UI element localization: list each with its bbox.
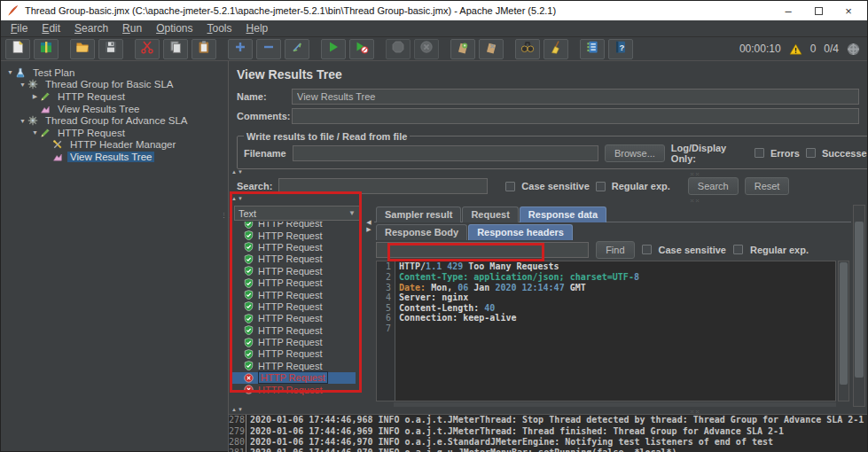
result-item-success[interactable]: HTTP Request: [231, 324, 364, 336]
menu-item-edit[interactable]: Edit: [35, 21, 67, 35]
new-file-icon: [11, 40, 25, 58]
tab-sampler-result[interactable]: Sampler result: [376, 207, 461, 222]
comments-input[interactable]: [292, 108, 859, 124]
success-shield-icon: [244, 338, 254, 347]
tab-request[interactable]: Request: [462, 207, 518, 222]
tab-response-data[interactable]: Response data: [520, 207, 606, 222]
editor-vertical-scrollbar[interactable]: [838, 261, 849, 401]
collapse-all-button[interactable]: [256, 39, 281, 59]
menu-item-file[interactable]: File: [4, 21, 35, 35]
remote-start-all-button[interactable]: [450, 39, 475, 59]
cut-button[interactable]: [135, 39, 160, 59]
log-line-text: 2020-01-06 17:44:46,970 INFO o.a.j.e.Sta…: [246, 437, 773, 448]
filename-row: Filename Browse... Log/Display Only: Err…: [244, 143, 867, 164]
expand-all-button[interactable]: [228, 39, 253, 59]
subtab-response-body[interactable]: Response Body: [376, 224, 467, 240]
result-item-success[interactable]: HTTP Request: [231, 222, 364, 229]
close-button[interactable]: ×: [833, 2, 864, 19]
result-item-success[interactable]: HTTP Request: [231, 348, 364, 360]
tree-splitter[interactable]: ⋮⋮: [219, 61, 228, 452]
result-item-success[interactable]: HTTP Request: [231, 360, 364, 371]
tree-item-http-header-manager[interactable]: HTTP Header Manager: [1, 139, 219, 152]
search-regular-exp-checkbox[interactable]: [596, 182, 606, 191]
result-item-success[interactable]: HTTP Request: [231, 230, 364, 241]
tree-item-test-plan[interactable]: ▼Test Plan: [1, 66, 219, 79]
splitter-collapse-icons[interactable]: ▲▼: [231, 169, 244, 175]
expander-expanded-icon[interactable]: ▼: [18, 82, 27, 88]
copy-button[interactable]: [163, 39, 188, 59]
search-button[interactable]: [515, 39, 540, 59]
help-button[interactable]: ?: [608, 39, 633, 59]
new-file-button[interactable]: [5, 39, 30, 59]
splitter-lower[interactable]: ▲▼ ⁙⁙: [229, 407, 867, 414]
tree-item-view-results-tree[interactable]: View Results Tree: [1, 103, 219, 115]
errors-checkbox[interactable]: [755, 148, 764, 158]
find-regular-exp-checkbox[interactable]: [733, 245, 743, 254]
search-input[interactable]: [278, 178, 488, 194]
find-button[interactable]: Find: [596, 241, 634, 259]
log-viewer[interactable]: 2782020-01-06 17:44:46,968 INFO o.a.j.t.…: [229, 414, 867, 452]
maximize-button[interactable]: [803, 2, 833, 19]
results-detail-splitter[interactable]: ◀▶: [364, 203, 374, 407]
toggle-button[interactable]: [285, 39, 309, 59]
result-item-success[interactable]: HTTP Request: [231, 241, 364, 253]
view-mode-selector[interactable]: Text ▼: [234, 206, 360, 221]
result-item-error[interactable]: HTTP Request: [231, 372, 356, 384]
result-item-success[interactable]: HTTP Request: [231, 277, 364, 288]
find-input[interactable]: [376, 242, 589, 258]
browse-button[interactable]: Browse...: [605, 144, 665, 162]
filename-input[interactable]: [293, 145, 598, 161]
result-item-success[interactable]: HTTP Request: [231, 265, 364, 277]
menu-item-tools[interactable]: Tools: [200, 21, 239, 35]
tree-item-thread-group-for-basic-sla[interactable]: ▼Thread Group for Basic SLA: [1, 79, 219, 91]
name-input[interactable]: [292, 89, 859, 105]
expander-expanded-icon[interactable]: ▼: [30, 129, 40, 136]
scrollbar-thumb[interactable]: [855, 222, 864, 378]
clear-all-button[interactable]: [543, 39, 568, 59]
result-item-label: HTTP Request: [258, 277, 323, 288]
expander-collapsed-icon[interactable]: ▶: [30, 93, 40, 100]
warning-icon[interactable]: [789, 43, 802, 56]
search-button[interactable]: Search: [688, 177, 739, 195]
minimize-button[interactable]: –: [773, 2, 803, 19]
subtab-response-headers[interactable]: Response headers: [468, 224, 573, 240]
splitter-middle[interactable]: ▲▼ ⁙⁙: [229, 196, 867, 203]
save-file-button[interactable]: [98, 39, 123, 59]
stop-button[interactable]: [386, 39, 411, 59]
expander-expanded-icon[interactable]: ▼: [18, 118, 27, 124]
panel-vertical-scrollbar[interactable]: [853, 205, 865, 407]
menu-item-search[interactable]: Search: [67, 21, 115, 35]
comments-label: Comments:: [237, 111, 292, 121]
function-helper-button[interactable]: [580, 39, 605, 59]
paste-button[interactable]: [192, 39, 216, 59]
tree-item-view-results-tree[interactable]: View Results Tree: [1, 151, 219, 163]
result-item-success[interactable]: HTTP Request: [231, 300, 364, 312]
response-headers-editor[interactable]: 1HTTP/1.1 429 Too Many Requests2Content-…: [376, 261, 836, 401]
tree-item-http-request[interactable]: ▼HTTP Request: [1, 127, 219, 139]
scrollbar-thumb[interactable]: [840, 262, 848, 385]
result-item-success[interactable]: HTTP Request: [231, 289, 364, 300]
menu-item-options[interactable]: Options: [149, 21, 199, 35]
splitter-collapse-icons[interactable]: ▲▼: [231, 196, 244, 201]
shutdown-button[interactable]: [414, 39, 439, 59]
successes-checkbox[interactable]: [806, 148, 816, 158]
menu-item-run[interactable]: Run: [115, 21, 149, 35]
start-button[interactable]: [321, 39, 346, 59]
tree-item-thread-group-for-advance-sla[interactable]: ▼Thread Group for Advance SLA: [1, 114, 219, 127]
result-item-success[interactable]: HTTP Request: [231, 253, 364, 265]
menu-item-help[interactable]: Help: [239, 21, 276, 35]
open-file-button[interactable]: [70, 39, 95, 59]
result-item-success[interactable]: HTTP Request: [231, 336, 364, 347]
start-no-pauses-button[interactable]: [349, 39, 374, 59]
templates-button[interactable]: [34, 39, 59, 59]
splitter-upper[interactable]: ▲▼ ⁙⁙: [229, 169, 867, 176]
splitter-collapse-icons[interactable]: ▲▼: [231, 407, 244, 412]
result-item-error[interactable]: HTTP Request: [231, 384, 364, 395]
reset-button[interactable]: Reset: [745, 177, 790, 195]
find-case-sensitive-checkbox[interactable]: [642, 245, 652, 254]
tree-item-http-request[interactable]: ▶HTTP Request: [1, 90, 219, 103]
expander-expanded-icon[interactable]: ▼: [5, 69, 15, 75]
remote-shutdown-all-button[interactable]: [479, 39, 504, 59]
search-case-sensitive-checkbox[interactable]: [505, 182, 515, 191]
result-item-success[interactable]: HTTP Request: [231, 313, 364, 324]
